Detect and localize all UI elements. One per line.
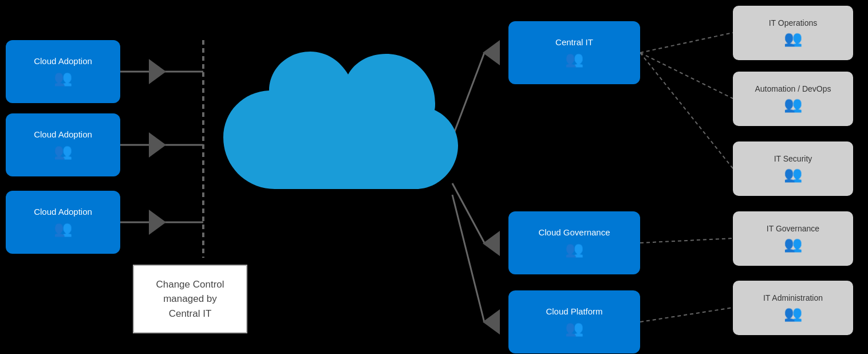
ca3-icon: 👥 [54, 220, 72, 238]
it-ops-label: IT Operations [769, 18, 818, 27]
cloud-adoption-box-1: Cloud Adoption 👥 [6, 40, 120, 103]
diagram-container: Cloud Adoption 👥 Cloud Adoption 👥 Cloud … [0, 0, 868, 354]
it-admin-icon: 👥 [784, 305, 802, 322]
svg-line-11 [640, 308, 733, 322]
svg-line-7 [640, 33, 733, 53]
it-sec-icon: 👥 [784, 166, 802, 183]
arrow-right-1 [149, 59, 166, 84]
central-it-icon: 👥 [565, 50, 583, 68]
cloud-platform-box: Cloud Platform 👥 [508, 290, 640, 353]
arrow-left-2 [483, 231, 500, 256]
ca3-label: Cloud Adoption [34, 207, 92, 217]
it-administration-box: IT Administration 👥 [733, 281, 853, 335]
ca2-icon: 👥 [54, 143, 72, 160]
ca2-label: Cloud Adoption [34, 129, 92, 139]
ca1-icon: 👥 [54, 69, 72, 87]
cloud-graphic [212, 46, 458, 223]
arrow-left-3 [483, 309, 500, 335]
central-it-box: Central IT 👥 [508, 21, 640, 84]
it-ops-icon: 👥 [784, 30, 802, 48]
cloud-adoption-box-2: Cloud Adoption 👥 [6, 113, 120, 176]
auto-devops-label: Automation / DevOps [755, 84, 831, 93]
arrow-right-2 [149, 132, 166, 158]
central-it-label: Central IT [555, 37, 593, 47]
it-sec-label: IT Security [774, 154, 812, 163]
arrow-left-1 [483, 40, 500, 65]
cloud-platform-label: Cloud Platform [546, 306, 602, 316]
it-operations-box: IT Operations 👥 [733, 6, 853, 60]
change-control-line1: Change Control [156, 277, 224, 292]
automation-devops-box: Automation / DevOps 👥 [733, 72, 853, 126]
it-gov-icon: 👥 [784, 235, 802, 253]
change-control-line2: managed by [163, 292, 217, 306]
cloud-gov-label: Cloud Governance [538, 227, 610, 237]
cloud-governance-box: Cloud Governance 👥 [508, 211, 640, 274]
cloud-platform-icon: 👥 [565, 320, 583, 337]
change-control-line3: Central IT [169, 306, 212, 321]
svg-line-9 [640, 53, 733, 168]
arrow-right-3 [149, 210, 166, 235]
auto-devops-icon: 👥 [784, 96, 802, 113]
cloud-gov-icon: 👥 [565, 241, 583, 258]
it-governance-box: IT Governance 👥 [733, 211, 853, 266]
it-security-box: IT Security 👥 [733, 141, 853, 196]
cloud-adoption-box-3: Cloud Adoption 👥 [6, 191, 120, 254]
change-control-box: Change Control managed by Central IT [133, 265, 247, 333]
svg-line-10 [640, 238, 733, 243]
it-gov-label: IT Governance [767, 224, 819, 233]
ca1-label: Cloud Adoption [34, 56, 92, 66]
it-admin-label: IT Administration [763, 293, 823, 302]
svg-line-8 [640, 53, 733, 99]
